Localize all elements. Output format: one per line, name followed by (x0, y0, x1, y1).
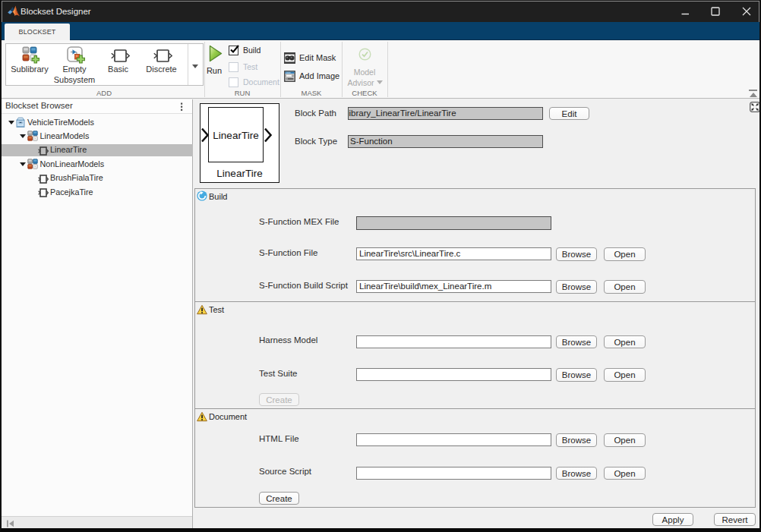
blockset-browser-panel: Blockset Browser VehicleTireModels Linea… (2, 99, 193, 529)
field-input[interactable]: LinearTire\src\LinearTire.c (356, 247, 551, 260)
tab-blockset[interactable]: BLOCKSET (5, 24, 70, 40)
tree-item-label: PacejkaTire (50, 187, 93, 197)
expander-arrow-icon[interactable] (20, 162, 26, 166)
section-title: Build (209, 192, 227, 201)
tree-item-VehicleTireModels[interactable]: VehicleTireModels (2, 115, 193, 129)
field-label: Source Script (259, 467, 311, 476)
field-label: S-Function Build Script (259, 281, 348, 290)
gallery-item-label: Basic (96, 65, 140, 74)
open-button[interactable]: Open (604, 335, 646, 349)
title-bar: Blockset Designer (2, 1, 759, 22)
maximize-button[interactable] (701, 1, 730, 22)
toolstrip-tab-band: BLOCKSET (2, 22, 759, 40)
gallery-item-label: Sublibrary (6, 65, 53, 74)
gallery-item-empty-subsystem[interactable]: Empty Subsystem (52, 44, 96, 85)
apply-button[interactable]: Apply (652, 513, 693, 527)
model-advisor-icon (358, 48, 371, 61)
chevron-down-icon (377, 80, 383, 84)
tree-item-BrushFialaTire[interactable]: BrushFialaTire (2, 172, 193, 185)
browse-button[interactable]: Browse (556, 247, 597, 261)
field-input[interactable] (356, 335, 551, 348)
section-label-mask: MASK (281, 88, 342, 99)
document-checkbox[interactable] (229, 77, 238, 87)
field-input[interactable] (356, 368, 551, 381)
open-button[interactable]: Open (604, 247, 646, 261)
block-type-field[interactable]: S-Function (348, 135, 543, 148)
block-path-label: Block Path (295, 109, 336, 118)
field-input[interactable]: LinearTire\build\mex_LinearTire.m (356, 280, 551, 293)
edit-button[interactable]: Edit (549, 107, 589, 121)
collapse-ribbon-bar (749, 90, 757, 91)
build-progress-icon (197, 190, 207, 201)
browse-button[interactable]: Browse (556, 335, 597, 349)
section-label-add: ADD (47, 88, 161, 99)
test-checkbox[interactable] (229, 62, 238, 72)
tree-item-icon (38, 187, 49, 200)
gallery-item-basic[interactable]: Basic (96, 44, 140, 85)
section-title: Test (209, 305, 224, 314)
collapse-ribbon-icon (750, 93, 757, 97)
add-image-label: Add Image (299, 71, 339, 80)
browse-button[interactable]: Browse (556, 280, 597, 294)
browse-button[interactable]: Browse (556, 433, 597, 447)
open-button[interactable]: Open (604, 433, 646, 447)
warning-icon (197, 411, 207, 422)
tree-item-LinearTire[interactable]: LinearTire (2, 143, 193, 157)
field-input[interactable] (356, 433, 551, 446)
revert-button[interactable]: Revert (714, 513, 756, 527)
block-icon (38, 146, 49, 156)
run-label: Run (203, 66, 226, 75)
tree-item-label: LinearTire (50, 145, 87, 154)
toolstrip: Sublibrary Empty Subsystem (2, 40, 759, 99)
section-title: Document (209, 412, 247, 421)
add-gallery: Sublibrary Empty Subsystem (5, 43, 204, 86)
minimize-button[interactable] (671, 1, 699, 22)
field-label: Harness Model (259, 335, 317, 345)
detail-panel: LinearTire LinearTire Block Path library… (194, 99, 759, 529)
field-input[interactable] (356, 467, 551, 480)
collapse-panel-icon[interactable] (6, 520, 14, 527)
gallery-item-discrete[interactable]: Discrete (140, 44, 183, 85)
create-document-button[interactable]: Create (259, 492, 299, 505)
minimize-icon (681, 8, 690, 16)
block-preview: LinearTire LinearTire (200, 103, 279, 183)
collapse-ribbon-button[interactable] (749, 90, 758, 97)
field-label: HTML File (259, 434, 299, 443)
block-preview-caption: LinearTire (201, 168, 279, 179)
browser-title: Blockset Browser (5, 101, 73, 110)
build-checkbox[interactable] (229, 46, 238, 55)
expander-arrow-icon[interactable] (8, 121, 14, 124)
block-path-field[interactable]: library_LinearTire/LinearTire (348, 107, 543, 120)
check-icon (229, 44, 240, 55)
tree-item-label: NonLinearModels (40, 159, 105, 168)
field-input[interactable] (356, 216, 551, 230)
body-area: Blockset Browser VehicleTireModels Linea… (2, 99, 759, 529)
expand-panel-icon[interactable] (750, 102, 760, 112)
empty-subsystem-icon (67, 46, 87, 66)
gallery-item-label: Discrete (140, 65, 183, 74)
gallery-item-label: Subsystem (52, 76, 96, 84)
kebab-menu-icon[interactable] (177, 102, 186, 112)
build-checkbox-label: Build (243, 46, 261, 55)
tree-item-NonLinearModels[interactable]: NonLinearModels (2, 157, 193, 171)
browse-button[interactable]: Browse (556, 467, 597, 480)
expander-arrow-icon[interactable] (20, 134, 26, 138)
block-icon (38, 175, 49, 184)
browse-button[interactable]: Browse (556, 368, 597, 382)
create-test-button[interactable]: Create (259, 393, 299, 407)
close-button[interactable] (732, 1, 761, 22)
gallery-item-sublibrary[interactable]: Sublibrary (6, 44, 53, 85)
section-separator (387, 42, 388, 97)
app-window: Blockset Designer BLOCKSET (0, 0, 761, 532)
tree-item-icon (38, 145, 49, 159)
open-button[interactable]: Open (604, 280, 646, 294)
add-image-icon (284, 71, 295, 82)
tree-item-LinearModels[interactable]: LinearModels (2, 129, 193, 143)
tree-item-PacejkaTire[interactable]: PacejkaTire (2, 185, 193, 199)
sublibrary-icon (22, 46, 39, 65)
gallery-dropdown-button[interactable] (188, 44, 203, 85)
tree-item-label: BrushFialaTire (50, 173, 103, 182)
open-button[interactable]: Open (604, 467, 646, 480)
open-button[interactable]: Open (604, 368, 646, 382)
window-title: Blockset Designer (21, 1, 91, 22)
